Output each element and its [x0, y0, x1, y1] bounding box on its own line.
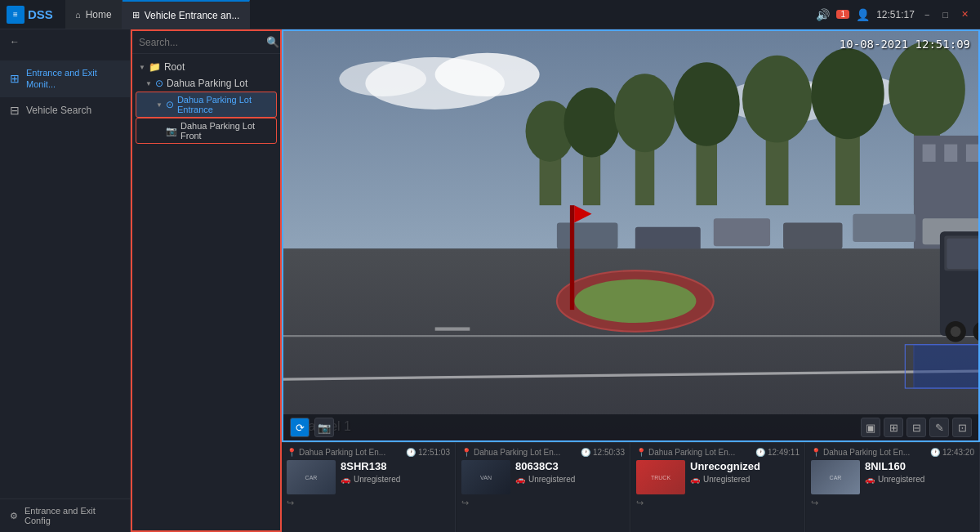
- app-logo: ≡ DSS: [0, 6, 65, 24]
- svg-rect-24: [557, 223, 618, 249]
- event-list: 📍 Dahua Parking Lot En... 🕐 12:51:03 CAR…: [282, 442, 980, 532]
- svg-rect-25: [635, 227, 701, 252]
- event-plate-4: 8NIL160: [865, 460, 924, 472]
- tree-toggle-root: ▼: [139, 64, 145, 71]
- event-card-2[interactable]: 📍 Dahua Parking Lot En... 🕐 12:50:33 VAN…: [457, 443, 630, 532]
- event-card-3[interactable]: 📍 Dahua Parking Lot En... 🕐 12:49:11 TRU…: [631, 443, 805, 532]
- sidebar-item-vehicle-search[interactable]: ⊟ Vehicle Search: [0, 97, 130, 123]
- event-location-3: 📍 Dahua Parking Lot En...: [636, 448, 735, 457]
- event-footer-1: ↪: [287, 498, 450, 508]
- tree-node-parking-entrance[interactable]: ▼ ⊙ Dahua Parking Lot Entrance: [136, 92, 277, 118]
- event-body-3: TRUCK Unrecognized 🚗 Unregistered: [636, 460, 800, 494]
- entrance-node-icon: ⊙: [166, 99, 174, 110]
- arrow-icon-4: ↪: [811, 498, 818, 508]
- tree-panel: 🔍 ▼ 📁 Root ▼ ⊙ Dahua Parking Lot ▼ ⊙ Dah…: [131, 29, 282, 532]
- svg-rect-22: [944, 145, 957, 162]
- event-plate-1: 8SHR138: [341, 460, 400, 472]
- event-info-1: 8SHR138 🚗 Unregistered: [341, 460, 400, 484]
- edit-btn[interactable]: ✎: [929, 418, 949, 437]
- event-thumb-2: VAN: [461, 460, 510, 494]
- tree-toggle-entrance: ▼: [156, 101, 163, 109]
- svg-point-15: [742, 56, 812, 143]
- sidebar-item-entrance-exit[interactable]: ⊞ Entrance and Exit Monit...: [0, 60, 130, 97]
- back-icon: ←: [10, 36, 20, 47]
- event-body-4: CAR 8NIL160 🚗 Unregistered: [811, 460, 974, 494]
- vehicle-search-icon: ⊟: [10, 104, 20, 117]
- video-timestamp: 10-08-2021 12:51:09: [840, 38, 970, 51]
- event-time-3: 🕐 12:49:11: [755, 448, 800, 457]
- sync-btn[interactable]: ⟳: [290, 418, 310, 437]
- tab-vehicle-entrance[interactable]: ⊞ Vehicle Entrance an...: [122, 0, 251, 29]
- tab-home[interactable]: ⌂ Home: [65, 0, 122, 29]
- snapshot-icon: 📷: [318, 422, 331, 434]
- event-time-1: 🕐 12:51:03: [406, 448, 450, 457]
- event-header-4: 📍 Dahua Parking Lot En... 🕐 12:43:20: [811, 448, 974, 457]
- event-info-3: Unrecognized 🚗 Unregistered: [690, 460, 760, 484]
- car-status-icon-4: 🚗: [865, 475, 875, 484]
- sync-icon: ⟳: [296, 422, 305, 434]
- event-card-4[interactable]: 📍 Dahua Parking Lot En... 🕐 12:43:20 CAR…: [806, 443, 980, 532]
- tree-node-parking-lot[interactable]: ▼ ⊙ Dahua Parking Lot: [136, 75, 277, 92]
- minimize-btn[interactable]: −: [921, 10, 933, 20]
- svg-rect-28: [853, 214, 915, 242]
- maximize-btn[interactable]: □: [939, 10, 951, 20]
- svg-rect-23: [966, 145, 978, 162]
- location-pin-icon-2: 📍: [461, 448, 471, 457]
- svg-rect-35: [570, 205, 574, 310]
- search-icon: 🔍: [266, 36, 279, 48]
- root-folder-icon: 📁: [149, 61, 161, 73]
- svg-rect-38: [914, 345, 978, 388]
- event-status-2: 🚗 Unregistered: [515, 475, 575, 484]
- sidebar-bottom-config[interactable]: ⚙ Entrance and Exit Config: [0, 498, 130, 532]
- svg-point-34: [574, 279, 696, 323]
- topbar-tabs: ⌂ Home ⊞ Vehicle Entrance an...: [65, 0, 816, 29]
- svg-rect-32: [435, 327, 470, 330]
- svg-point-13: [674, 62, 740, 145]
- event-plate-2: 80638C3: [515, 460, 575, 472]
- svg-point-19: [889, 42, 965, 137]
- svg-rect-26: [714, 218, 770, 246]
- layout-single-btn[interactable]: ▣: [861, 418, 880, 437]
- user-icon[interactable]: 👤: [856, 8, 870, 21]
- arrow-icon-3: ↪: [636, 498, 644, 508]
- svg-rect-42: [947, 239, 978, 269]
- event-thumb-3: TRUCK: [636, 460, 685, 494]
- settings-icon: ⚙: [10, 511, 18, 521]
- event-card-1[interactable]: 📍 Dahua Parking Lot En... 🕐 12:51:03 CAR…: [282, 443, 456, 532]
- event-footer-3: ↪: [636, 498, 800, 508]
- car-status-icon-3: 🚗: [690, 475, 700, 484]
- location-pin-icon-3: 📍: [636, 448, 646, 457]
- snapshot-btn[interactable]: 📷: [314, 418, 334, 437]
- search-input[interactable]: [139, 37, 261, 48]
- event-plate-3: Unrecognized: [690, 460, 760, 472]
- back-button[interactable]: ←: [0, 29, 130, 54]
- close-btn[interactable]: ✕: [958, 9, 972, 20]
- arrow-icon-2: ↪: [461, 498, 469, 508]
- video-area: 10-08-2021 12:51:09 Channel 1 ⟳ 📷 ▣ ⊞ ⊟ …: [282, 29, 980, 442]
- svg-point-17: [811, 48, 884, 139]
- event-location-1: 📍 Dahua Parking Lot En...: [287, 448, 385, 457]
- event-header-2: 📍 Dahua Parking Lot En... 🕐 12:50:33: [461, 448, 625, 457]
- content-area: 10-08-2021 12:51:09 Channel 1 ⟳ 📷 ▣ ⊞ ⊟ …: [282, 29, 980, 532]
- svg-rect-21: [923, 145, 936, 162]
- event-body-2: VAN 80638C3 🚗 Unregistered: [461, 460, 625, 494]
- event-body-1: CAR 8SHR138 🚗 Unregistered: [287, 460, 450, 494]
- event-footer-2: ↪: [461, 498, 625, 508]
- tree-node-parking-front[interactable]: 📷 Dahua Parking Lot Front: [136, 118, 277, 144]
- tree-node-root[interactable]: ▼ 📁 Root: [136, 59, 277, 75]
- event-header-1: 📍 Dahua Parking Lot En... 🕐 12:51:03: [287, 448, 450, 457]
- fullscreen-btn[interactable]: ⊡: [952, 418, 972, 437]
- clock-icon-3: 🕐: [755, 448, 765, 457]
- layout-nine-btn[interactable]: ⊟: [906, 418, 926, 437]
- vehicle-tab-icon: ⊞: [132, 10, 140, 20]
- parking-lot-icon: ⊙: [155, 78, 163, 89]
- event-thumb-1: CAR: [287, 460, 336, 494]
- topbar: ≡ DSS ⌂ Home ⊞ Vehicle Entrance an... 🔊 …: [0, 0, 980, 29]
- alert-badge: 1: [836, 10, 849, 19]
- speaker-icon[interactable]: 🔊: [816, 8, 830, 21]
- video-toolbar: ⟳ 📷 ▣ ⊞ ⊟ ✎ ⊡: [283, 414, 978, 440]
- location-pin-icon-1: 📍: [287, 448, 296, 457]
- tree-toggle-parking: ▼: [145, 80, 152, 87]
- tree-search-bar: 🔍: [132, 31, 280, 54]
- layout-quad-btn[interactable]: ⊞: [884, 418, 903, 437]
